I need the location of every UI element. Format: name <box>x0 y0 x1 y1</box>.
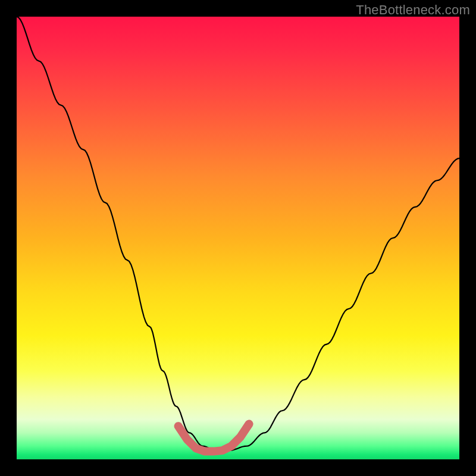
chart-frame: TheBottleneck.com <box>0 0 476 476</box>
watermark-text: TheBottleneck.com <box>356 2 470 18</box>
plot-area <box>17 17 459 459</box>
curve-svg <box>17 17 459 459</box>
sweet-spot-marker-path <box>178 424 249 452</box>
bottleneck-curve-path <box>17 17 459 450</box>
